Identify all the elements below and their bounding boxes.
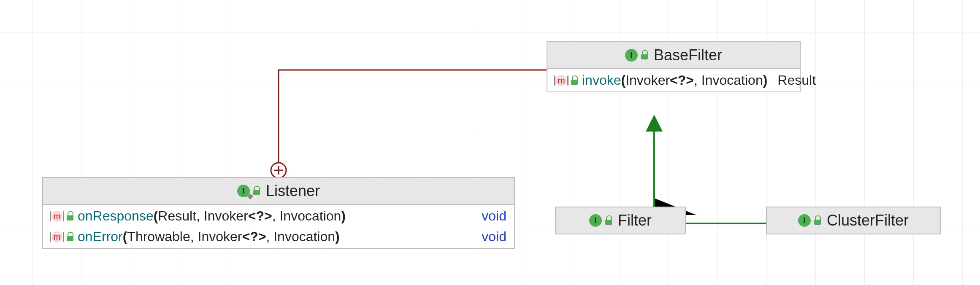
lock-icon bbox=[67, 233, 73, 241]
lock-icon bbox=[641, 51, 648, 59]
method-return: void bbox=[476, 229, 506, 245]
method-name: onError bbox=[78, 229, 123, 244]
interface-icon: I bbox=[798, 214, 811, 227]
method-icon: m bbox=[51, 210, 63, 223]
node-filter-header: I Filter bbox=[556, 207, 685, 234]
method-invoke[interactable]: m invoke(Invoker<?>, Invocation) Result bbox=[547, 69, 800, 91]
method-onresponse[interactable]: m onResponse(Result, Invoker<?>, Invocat… bbox=[43, 205, 514, 227]
interface-icon: I bbox=[625, 49, 638, 62]
interface-icon: I bbox=[237, 185, 250, 197]
interface-icon: I bbox=[589, 214, 602, 227]
method-onerror[interactable]: m onError(Throwable, Invoker<?>, Invocat… bbox=[43, 227, 514, 248]
lock-icon bbox=[571, 76, 578, 85]
node-listener-header: I Listener bbox=[43, 178, 514, 205]
method-name: onResponse bbox=[78, 208, 154, 223]
method-return: Result bbox=[772, 73, 816, 88]
method-name: invoke bbox=[582, 73, 621, 88]
node-basefilter[interactable]: I BaseFilter m invoke(Invoker<?>, Invoca… bbox=[547, 41, 801, 92]
node-filter-title: Filter bbox=[618, 212, 652, 229]
node-basefilter-title: BaseFilter bbox=[654, 46, 722, 64]
lock-icon bbox=[814, 216, 821, 225]
node-filter[interactable]: I Filter bbox=[555, 207, 686, 234]
method-icon: m bbox=[51, 231, 63, 243]
method-icon: m bbox=[555, 74, 568, 87]
lock-icon bbox=[67, 212, 73, 220]
node-basefilter-header: I BaseFilter bbox=[547, 42, 800, 69]
node-listener[interactable]: I Listener m onResponse(Result, Invoker<… bbox=[42, 177, 515, 249]
pin-icon bbox=[247, 194, 253, 199]
lock-icon bbox=[605, 216, 612, 225]
node-clusterfilter-header: I ClusterFilter bbox=[767, 207, 940, 234]
node-clusterfilter[interactable]: I ClusterFilter bbox=[766, 207, 941, 234]
lock-icon bbox=[253, 187, 260, 195]
node-clusterfilter-title: ClusterFilter bbox=[827, 212, 909, 229]
node-listener-title: Listener bbox=[266, 182, 320, 200]
method-return: void bbox=[476, 208, 506, 224]
